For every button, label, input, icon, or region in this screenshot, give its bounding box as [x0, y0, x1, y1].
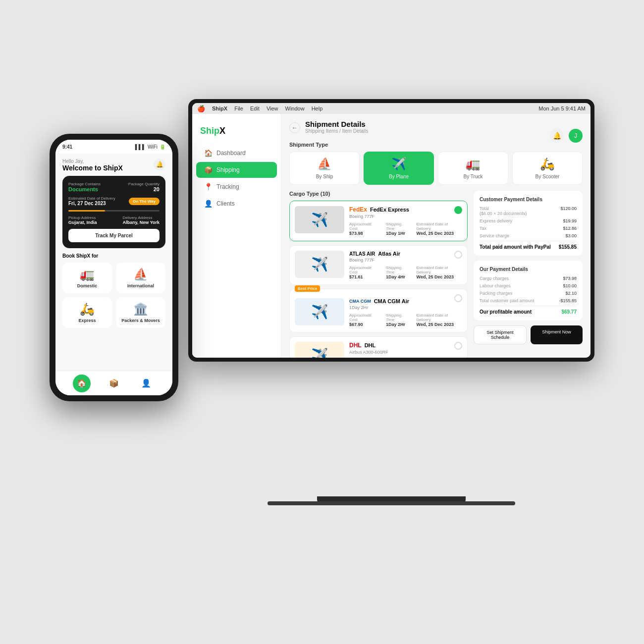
shipment-types: ⛵ By Ship ✈️ By Plane 🚛 By Truck — [289, 152, 583, 185]
cma-cost-item: Approximate Cost $67.90 — [349, 313, 380, 327]
nav-profile[interactable]: 👤 — [137, 375, 155, 392]
cma-radio[interactable] — [454, 294, 462, 302]
menu-bar: 🍎 ShipX File Edit View Window Help Mon J… — [192, 103, 590, 114]
cma-name: CMA CGM Air — [374, 298, 409, 304]
breadcrumb: Shipping Items / Item Details — [305, 128, 368, 134]
menu-window[interactable]: Window — [285, 106, 305, 111]
laptop-device: 🍎 ShipX File Edit View Window Help Mon J… — [188, 99, 594, 505]
phone-screen: 9:41 ▌▌▌ WiFi 🔋 Hello Jay, Welcome to Sh… — [55, 140, 172, 395]
book-domestic[interactable]: 🚛 Domestic — [62, 263, 112, 293]
phone-status-icons: ▌▌▌ WiFi 🔋 — [135, 144, 165, 150]
sidebar-shipping-label: Shipping — [216, 166, 240, 173]
fedex-name-row: FedEx FedEx Express — [349, 206, 462, 213]
sidebar-item-dashboard[interactable]: 🏠 Dashboard — [196, 145, 277, 161]
set-shipment-schedule-button[interactable]: Set Shipment Schedule — [474, 325, 527, 344]
phone-notification-icon[interactable]: 🔔 — [154, 159, 165, 170]
fedex-time-label: Shipping Time — [386, 222, 410, 231]
payment-express-value: $19.99 — [563, 218, 577, 223]
customer-paid-value: -$155.85 — [559, 298, 577, 303]
book-packers[interactable]: 🏛️ Packers & Movers — [116, 297, 165, 328]
dhl-radio[interactable] — [454, 342, 462, 350]
shipment-by-ship[interactable]: ⛵ By Ship — [289, 152, 360, 185]
menu-time: Mon Jun 5 9:41 AM — [538, 106, 586, 111]
cargo-card-fedex[interactable]: ✈️ FedEx FedEx Express Boeing 777F — [289, 201, 468, 241]
on-way-badge: On The Way — [129, 198, 160, 205]
fedex-radio[interactable] — [454, 206, 462, 214]
delivery-date-block: Estimated Date of Delivery Fri, 27 Dec 2… — [68, 196, 115, 206]
packers-icon: 🏛️ — [133, 302, 148, 316]
package-card: Package Contains Documents Package Quant… — [62, 176, 165, 248]
fedex-info: FedEx FedEx Express Boeing 777F Approxim… — [349, 206, 462, 236]
menu-file[interactable]: File — [234, 106, 243, 111]
apple-icon: 🍎 — [197, 105, 205, 112]
action-buttons: Set Shipment Schedule Shipment Now — [474, 325, 583, 344]
fedex-delivery-item: Estimated Date of Delivery Wed, 25 Dec 2… — [417, 222, 462, 236]
fedex-plane-img: ✈️ — [295, 206, 344, 233]
nav-packages[interactable]: 📦 — [105, 375, 123, 392]
cargo-card-atlas[interactable]: ✈️ ATLAS AIR Atlas Air Boeing 777F — [289, 245, 468, 285]
book-section: Book ShipX for 🚛 Domestic ⛵ Internationa… — [62, 253, 165, 328]
atlas-delivery-value: Wed, 25 Dec 2023 — [417, 274, 462, 279]
sidebar-item-clients[interactable]: 👤 Clients — [196, 196, 277, 212]
dhl-plane-model: Airbus A300-600RF — [349, 350, 462, 355]
atlas-plane-img: ✈️ — [295, 251, 344, 278]
back-button[interactable]: ← — [289, 122, 300, 133]
shipment-by-truck[interactable]: 🚛 By Truck — [438, 152, 508, 185]
shipment-now-button[interactable]: Shipment Now — [531, 325, 583, 344]
package-contains-label: Package Contains — [68, 182, 101, 186]
cma-time-value: 1Day 2Hr — [386, 322, 410, 327]
address-row: Pickup Address Gujarat, India Delivery A… — [68, 215, 160, 225]
labour-charges-row: Labour charges $10.00 — [480, 283, 577, 288]
sidebar-clients-label: Clients — [216, 200, 235, 207]
phone-header: Hello Jay, Welcome to ShipX 🔔 — [62, 159, 165, 172]
profitable-row: Our profitable amount $69.77 — [480, 306, 577, 315]
cma-name-row: CMA CGM CMA CGM Air — [349, 298, 462, 304]
customer-paid-row: Total customer paid amount -$155.85 — [480, 298, 577, 303]
customer-payment-box: Customer Payment Details Total ($6.00 × … — [474, 191, 583, 256]
menu-help[interactable]: Help — [312, 106, 323, 111]
book-express[interactable]: 🛵 Express — [62, 297, 112, 328]
menu-view[interactable]: View — [267, 106, 278, 111]
scene: 9:41 ▌▌▌ WiFi 🔋 Hello Jay, Welcome to Sh… — [50, 74, 594, 570]
clients-icon: 👤 — [204, 200, 213, 208]
cma-delivery-item: Estimated Date of Delivery Wed, 25 Dec 2… — [417, 313, 462, 327]
fedex-cost-label: Approximate Cost — [349, 222, 380, 231]
logo-x: X — [219, 126, 225, 136]
scooter-label: By Scooter — [536, 174, 560, 179]
dashboard-icon: 🏠 — [204, 149, 213, 157]
cma-details: Approximate Cost $67.90 Shipping Time 1D… — [349, 313, 462, 327]
fedex-time-item: Shipping Time 1Day 1Hr — [386, 222, 410, 236]
shipment-type-label: Shipment Type — [289, 142, 583, 148]
truck-icon: 🚛 — [466, 157, 481, 171]
sidebar-item-tracking[interactable]: 📍 Tracking — [196, 179, 277, 195]
labour-charges-label: Labour charges — [480, 283, 511, 288]
sidebar-item-shipping[interactable]: 📦 Shipping — [196, 162, 277, 178]
fedex-time-value: 1Day 1Hr — [386, 231, 410, 236]
phone-welcome: Welcome to ShipX — [62, 164, 123, 172]
track-parcel-button[interactable]: Track My Parcel — [68, 229, 160, 242]
shipment-by-scooter[interactable]: 🛵 By Scooter — [512, 152, 583, 185]
shipment-by-plane[interactable]: ✈️ By Plane — [364, 152, 434, 185]
user-avatar[interactable]: J — [569, 129, 583, 143]
atlas-details: Approximate Cost $71.61 Shipping Time 1D… — [349, 266, 462, 279]
atlas-radio[interactable] — [454, 251, 462, 259]
menu-edit[interactable]: Edit — [250, 106, 260, 111]
atlas-delivery-item: Estimated Date of Delivery Wed, 25 Dec 2… — [417, 266, 462, 279]
wifi-icon: WiFi — [148, 144, 158, 150]
main-area: 🔔 J ← Shipment Details Shipping Items / … — [281, 114, 590, 358]
app-content: ShipX 🏠 Dashboard 📦 Shipping 📍 Trac — [192, 114, 590, 358]
cargo-card-cma[interactable]: Best Price ✈️ CMA CGM CMA CGM Air 1Day 2… — [289, 289, 468, 332]
page-title-bar: ← Shipment Details Shipping Items / Item… — [289, 120, 583, 136]
sidebar: ShipX 🏠 Dashboard 📦 Shipping 📍 Trac — [192, 114, 281, 358]
customer-paid-label: Total customer paid amount — [480, 298, 535, 303]
our-payment-title: Our Payment Details — [480, 267, 577, 272]
book-international[interactable]: ⛵ International — [116, 263, 165, 293]
cargo-card-dhl[interactable]: ✈️ DHL DHL Airbus A300-600RF — [289, 336, 468, 358]
express-label: Express — [78, 318, 96, 323]
dhl-name: DHL — [365, 342, 376, 348]
notification-icon[interactable]: 🔔 — [550, 129, 564, 143]
truck-label: By Truck — [464, 174, 483, 179]
atlas-plane-model: Boeing 777F — [349, 258, 462, 263]
nav-home[interactable]: 🏠 — [73, 375, 91, 392]
battery-icon: 🔋 — [160, 144, 165, 150]
